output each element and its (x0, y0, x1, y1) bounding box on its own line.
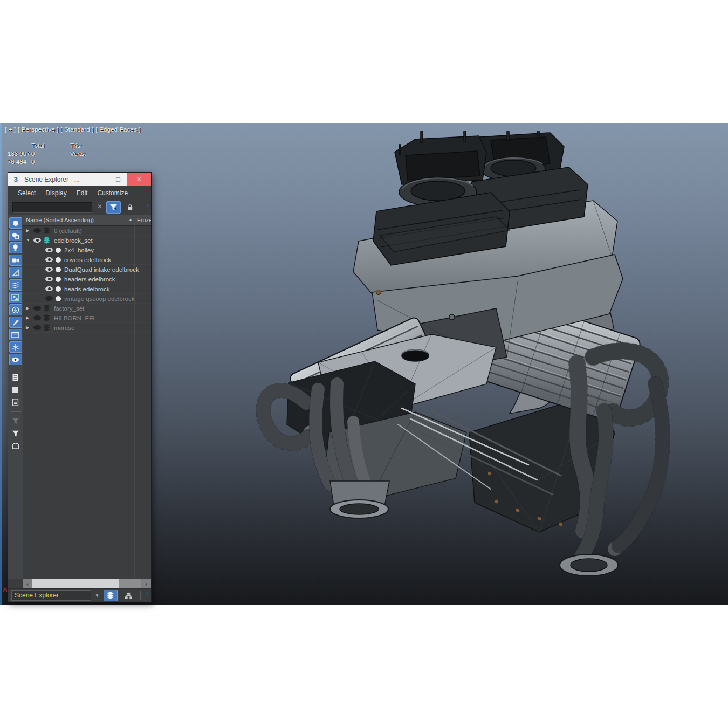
visibility-eye-icon[interactable] (33, 325, 41, 330)
tree-row-object-heads-edelbrock[interactable]: heads edelbrock (23, 284, 151, 294)
tree-row-layer-default[interactable]: ▶ 0 (default) (23, 226, 151, 236)
menu-select[interactable]: Select (18, 189, 36, 197)
horizontal-scrollbar[interactable]: ‹ › (23, 579, 151, 588)
row-label[interactable]: edelbrock_set (54, 237, 93, 244)
collapse-arrow-icon[interactable]: ▼ (26, 238, 31, 243)
tree-row-layer-hilborn-efi[interactable]: ▶ HILBORN_EFI (23, 313, 151, 323)
find-filter-button[interactable] (106, 201, 121, 214)
row-label[interactable]: HILBORN_EFI (54, 315, 94, 321)
clear-search-icon[interactable]: ✕ (95, 203, 104, 210)
filter-toggle-button[interactable] (9, 428, 22, 439)
explorer-selector-combo[interactable]: Scene Explorer (11, 590, 91, 601)
visibility-eye-icon[interactable] (33, 315, 41, 320)
expand-arrow-icon[interactable]: ▶ (26, 228, 31, 233)
display-filter-toolbar (8, 215, 23, 579)
row-label[interactable]: moroso (54, 325, 74, 331)
display-blank-button[interactable] (9, 384, 22, 395)
blank-square-icon (12, 386, 19, 393)
viewport-active-border (0, 123, 2, 605)
filter-spacewarps-button[interactable] (9, 279, 22, 291)
render-dot-icon[interactable] (56, 286, 61, 292)
scroll-left-arrow[interactable]: ‹ (23, 579, 32, 588)
filter-containers-button[interactable] (9, 329, 22, 340)
filter-shapes-button[interactable] (9, 230, 22, 241)
expand-arrow-icon[interactable]: ▶ (26, 325, 31, 330)
row-label[interactable]: 2x4_holley (64, 247, 94, 253)
scene-explorer-titlebar[interactable]: 3 Scene Explorer - ... — □ ✕ (8, 173, 151, 186)
menu-edit[interactable]: Edit (77, 189, 88, 197)
menu-customize[interactable]: Customize (97, 189, 128, 197)
viewport-label[interactable]: [ + ] [ Perspective ] [ Standard ] [ Edg… (5, 126, 141, 133)
visibility-eye-icon[interactable] (45, 248, 53, 252)
custom-filter-button-disabled[interactable] (9, 415, 22, 427)
visibility-eye-icon[interactable] (45, 286, 53, 291)
column-name[interactable]: Name (Sorted Ascending) (26, 217, 94, 223)
filter-helpers-button[interactable] (9, 267, 22, 278)
filter-cameras-button[interactable] (9, 255, 22, 266)
document-lines-icon (12, 374, 19, 381)
filter-bones-button[interactable] (9, 317, 22, 328)
tree-row-object-2x4-holley[interactable]: 2x4_holley (23, 245, 151, 255)
visibility-eye-icon[interactable] (33, 238, 41, 243)
scrollbar-thumb[interactable] (32, 579, 119, 588)
combo-dropdown-icon[interactable]: ▼ (95, 593, 99, 598)
toolbar-overflow-chevron[interactable]: » (146, 201, 149, 209)
basket-icon (12, 443, 19, 449)
tree-row-layer-factory-set[interactable]: ▶ factory_set (23, 304, 151, 313)
tree-row-layer-edelbrock-set[interactable]: ▼ edelbrock_set (23, 236, 151, 245)
column-header-row[interactable]: Name (Sorted Ascending) ▲ Froze (23, 215, 151, 226)
row-label[interactable]: heads edelbrock (64, 286, 109, 292)
waves-icon (11, 281, 19, 289)
visibility-eye-icon[interactable] (45, 296, 53, 301)
collection-button[interactable] (9, 440, 22, 451)
filter-groups-button[interactable] (9, 292, 22, 303)
scrollbar-track[interactable] (119, 579, 141, 588)
funnel-gray-icon (12, 418, 19, 424)
row-label[interactable]: 0 (default) (54, 228, 82, 234)
render-dot-icon[interactable] (56, 257, 61, 263)
menu-display[interactable]: Display (45, 189, 66, 197)
scroll-right-arrow[interactable]: › (141, 579, 151, 588)
filter-geometry-button[interactable] (9, 217, 22, 229)
filter-frozen-button[interactable] (9, 341, 22, 353)
minimize-button[interactable]: — (91, 176, 109, 183)
scene-tree: Name (Sorted Ascending) ▲ Froze ▶ 0 (def… (23, 215, 151, 579)
close-button[interactable]: ✕ (127, 173, 151, 186)
filter-hidden-button[interactable] (9, 354, 22, 365)
layer-icon (43, 305, 51, 312)
visibility-eye-icon[interactable] (45, 277, 53, 281)
row-label[interactable]: factory_set (54, 305, 84, 312)
filter-xrefs-button[interactable] (9, 304, 22, 315)
tree-row-object-vintage-qscoop[interactable]: vintage qscoop edelbrock (23, 294, 151, 304)
visibility-eye-icon[interactable] (45, 267, 53, 272)
bottom-overflow-chevron[interactable]: » (146, 589, 148, 597)
sort-by-hierarchy-button[interactable] (122, 590, 136, 601)
stats-verts-selected: 0 (31, 159, 70, 165)
tree-row-object-covers-edelbrock[interactable]: covers edelbrock (23, 255, 151, 265)
tree-row-layer-moroso[interactable]: ▶ moroso (23, 323, 151, 333)
render-dot-icon[interactable] (56, 248, 61, 253)
tree-row-object-dualquad-intake[interactable]: DualQuad intake edelbrock (23, 265, 151, 274)
engine-model[interactable] (237, 131, 696, 605)
display-list-button[interactable] (9, 372, 22, 383)
row-label[interactable]: DualQuad intake edelbrock (64, 266, 139, 273)
filter-lights-button[interactable] (9, 242, 22, 253)
render-dot-icon[interactable] (56, 296, 61, 301)
visibility-eye-icon[interactable] (45, 257, 53, 262)
expand-arrow-icon[interactable]: ▶ (26, 315, 31, 320)
row-label[interactable]: headers edelbrock (64, 276, 115, 283)
tree-row-object-headers-edelbrock[interactable]: headers edelbrock (23, 274, 151, 284)
search-input[interactable] (12, 202, 92, 213)
display-page-button[interactable] (9, 396, 22, 408)
lock-button[interactable] (125, 202, 135, 213)
visibility-eye-icon[interactable] (33, 306, 41, 311)
column-frozen[interactable]: Froze (137, 217, 151, 223)
sort-by-layer-button[interactable] (104, 590, 118, 601)
render-dot-icon[interactable] (56, 267, 61, 272)
render-dot-icon[interactable] (56, 277, 61, 282)
row-label[interactable]: covers edelbrock (64, 257, 111, 263)
row-label[interactable]: vintage qscoop edelbrock (64, 296, 134, 302)
expand-arrow-icon[interactable]: ▶ (26, 306, 31, 311)
maximize-button[interactable]: □ (109, 175, 127, 183)
visibility-eye-icon[interactable] (33, 228, 41, 233)
